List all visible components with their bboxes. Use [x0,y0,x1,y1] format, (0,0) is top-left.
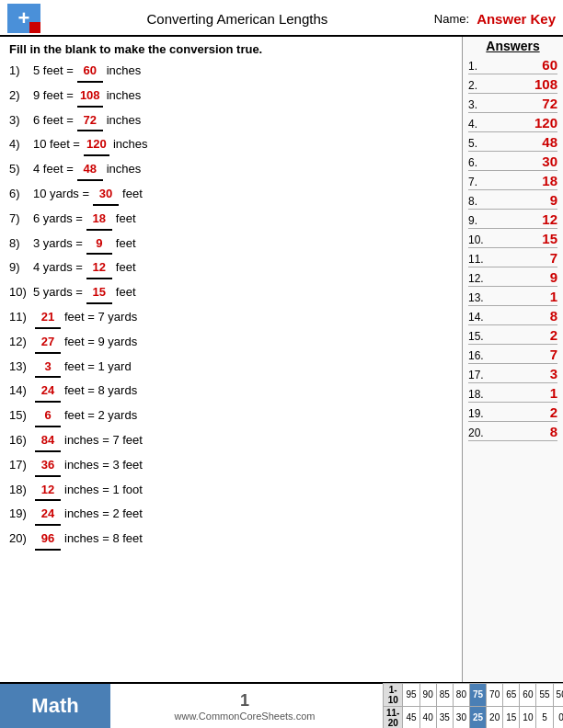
problem-prefix: 4 yards = [33,258,83,278]
problem-suffix: inches [107,111,142,131]
problem-item: 3)6 feet = 72 inches [9,111,453,132]
problem-item: 13)3 feet = 1 yard [9,358,453,379]
problem-text: 5 yards = 15 feet [33,283,136,304]
range-label-2: 11-20 [384,706,403,728]
problem-suffix: feet = 9 yards [64,333,137,352]
problem-prefix: 9 feet = [33,86,74,106]
problem-number: 12) [9,333,33,352]
problem-suffix: feet [116,210,136,229]
problem-text: 6 yards = 18 feet [33,210,136,231]
problem-item: 18)12 inches = 1 foot [9,481,453,502]
problem-text: 84 inches = 7 feet [33,431,143,452]
answer-row-number: 13. [468,291,492,304]
problem-item: 20)96 inches = 8 feet [9,529,453,551]
problem-text: 24 inches = 2 feet [33,505,143,526]
problem-item: 5)4 feet = 48 inches [9,160,453,181]
answer-row-number: 9. [468,214,492,227]
problem-number: 3) [9,111,33,131]
problem-prefix: 5 yards = [33,283,83,302]
problem-item: 16)84 inches = 7 feet [9,431,453,452]
problem-number: 7) [9,210,33,229]
problem-item: 17)36 inches = 3 feet [9,456,453,477]
answer-box: 6 [35,406,61,427]
answer-row-number: 20. [468,427,492,439]
answer-row-number: 15. [468,330,492,343]
footer-score-table: 1-10 95 90 85 80 75 70 65 60 55 50 11-20… [379,684,563,728]
answer-value: 3 [492,366,557,381]
problem-text: 9 feet = 108 inches [33,86,141,108]
answer-value: 48 [492,134,557,150]
problem-item: 19)24 inches = 2 feet [9,505,453,526]
answer-row-number: 5. [468,137,492,150]
problem-item: 14)24 feet = 8 yards [9,381,453,403]
answer-row-number: 6. [468,156,492,169]
problem-suffix: inches = 7 feet [64,431,143,450]
problem-number: 14) [9,381,33,401]
problem-item: 4)10 feet = 120 inches [9,135,453,156]
problem-suffix: inches = 3 feet [64,456,143,475]
website-url: www.CommonCoreSheets.com [175,711,316,722]
answer-row-number: 18. [468,388,492,401]
answer-row: 18.1 [468,385,557,403]
problem-number: 6) [9,185,33,204]
range-label-1: 1-10 [384,683,403,706]
answers-list: 1.602.1083.724.1205.486.307.188.99.1210.… [468,57,557,441]
page-title: Converting American Lengths [40,11,434,27]
problem-text: 21 feet = 7 yards [33,308,137,329]
problem-text: 96 inches = 8 feet [33,529,143,551]
answer-box: 18 [86,210,112,231]
answer-box: 60 [77,62,103,83]
problem-suffix: inches [113,135,148,154]
problem-suffix: feet = 7 yards [64,308,137,327]
answer-row-number: 8. [468,195,492,208]
footer-math-label: Math [0,684,110,728]
problem-number: 8) [9,234,33,254]
problem-prefix: 5 feet = [33,62,74,81]
answer-box: 24 [35,505,61,526]
name-label: Name: [434,12,469,26]
problem-number: 20) [9,529,33,549]
problem-prefix: 10 feet = [33,135,80,154]
problem-suffix: inches = 1 foot [64,481,143,500]
problem-text: 10 feet = 120 inches [33,135,148,156]
problem-prefix: 6 feet = [33,111,74,131]
logo-corner [29,22,40,33]
footer: Math 1 www.CommonCoreSheets.com 1-10 95 … [0,682,563,728]
problem-text: 5 feet = 60 inches [33,62,141,83]
problem-suffix: inches = 8 feet [64,529,143,549]
answer-value: 30 [492,154,557,169]
problem-suffix: feet = 8 yards [64,381,137,401]
answer-value: 2 [492,404,557,420]
problem-number: 15) [9,406,33,426]
problem-prefix: 10 yards = [33,185,89,204]
answer-row: 17.3 [468,366,557,383]
problem-item: 12)27 feet = 9 yards [9,333,453,354]
problem-item: 15)6 feet = 2 yards [9,406,453,427]
problem-prefix: 6 yards = [33,210,83,229]
problem-number: 10) [9,283,33,302]
problem-suffix: feet = 2 yards [64,406,137,426]
answer-row-number: 2. [468,79,492,92]
problem-text: 4 yards = 12 feet [33,258,136,279]
answer-row: 19.2 [468,404,557,422]
answer-box: 96 [35,529,61,551]
answer-box: 21 [35,308,61,329]
answer-value: 60 [492,57,557,73]
answer-value: 18 [492,173,557,188]
answer-row: 2.108 [468,76,557,94]
problem-prefix: 4 feet = [33,160,74,179]
problem-item: 11)21 feet = 7 yards [9,308,453,329]
answer-box: 72 [77,111,103,132]
answer-key-label: Answer Key [477,11,556,27]
problem-item: 2)9 feet = 108 inches [9,86,453,108]
problem-text: 24 feet = 8 yards [33,381,137,403]
problem-item: 9)4 yards = 12 feet [9,258,453,279]
problem-text: 27 feet = 9 yards [33,333,137,354]
answer-row: 7.18 [468,173,557,190]
answer-box: 84 [35,431,61,452]
answer-row: 15.2 [468,327,557,345]
answer-box: 108 [77,86,103,108]
footer-center: 1 www.CommonCoreSheets.com [110,684,379,728]
problem-number: 4) [9,135,33,154]
answer-box: 120 [84,135,109,156]
